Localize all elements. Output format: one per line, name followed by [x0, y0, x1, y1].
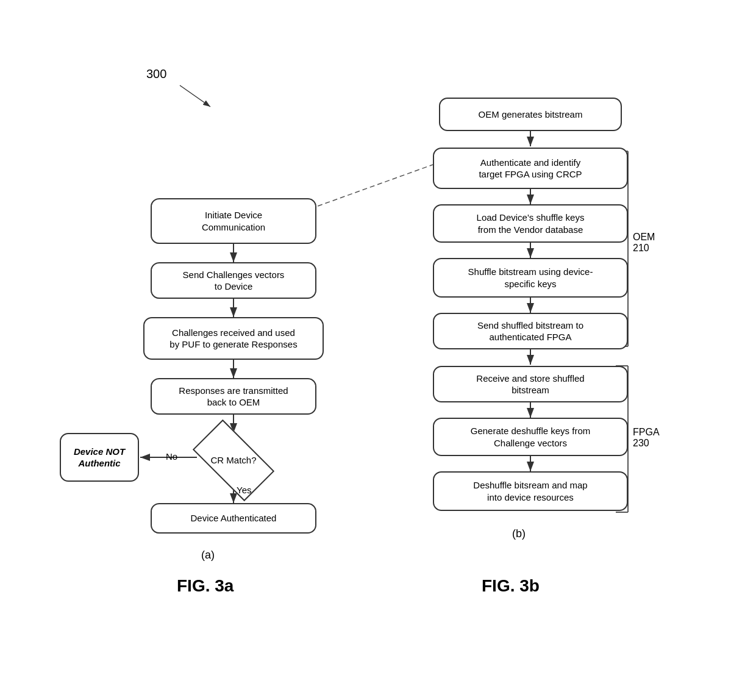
flowbox-responses: Responses are transmittedback to OEM: [151, 378, 316, 415]
flowbox-oem-bitstream: OEM generates bitstream: [439, 98, 622, 131]
arrows-svg: [0, 0, 756, 700]
no-label: No: [166, 451, 177, 462]
diamond-cr-match: CR Match?: [197, 433, 270, 488]
fig-3b-label: FIG. 3b: [482, 576, 540, 596]
fpga-label: FPGA230: [633, 427, 660, 449]
fig-3a-label: FIG. 3a: [177, 576, 234, 596]
flowbox-initiate: Initiate DeviceCommunication: [151, 198, 316, 244]
flowbox-send-shuffled: Send shuffled bitstream toauthenticated …: [433, 313, 628, 349]
flowbox-authenticate: Authenticate and identifytarget FPGA usi…: [433, 148, 628, 189]
flowbox-authenticated: Device Authenticated: [151, 503, 316, 534]
flowbox-challenges-received: Challenges received and usedby PUF to ge…: [143, 317, 324, 360]
sub-label-b: (b): [512, 527, 526, 540]
flowbox-send-challenges: Send Challenges vectorsto Device: [151, 262, 316, 299]
diagram-container: 300 Initiate DeviceCommunication Send Ch…: [0, 0, 756, 700]
flowbox-receive-store: Receive and store shuffledbitstream: [433, 366, 628, 402]
flowbox-not-authentic: Device NOTAuthentic: [60, 433, 139, 482]
ref-300: 300: [146, 67, 166, 81]
flowbox-deshuffle-map: Deshuffle bitsream and mapinto device re…: [433, 471, 628, 511]
sub-label-a: (a): [201, 549, 215, 562]
yes-label: Yes: [237, 485, 251, 495]
svg-line-22: [180, 85, 210, 107]
oem-label: OEM210: [633, 232, 655, 254]
flowbox-shuffle-bitstream: Shuffle bitstream using device-specific …: [433, 258, 628, 298]
flowbox-deshuffle-keys: Generate deshuffle keys fromChallenge ve…: [433, 418, 628, 456]
flowbox-load-shuffle-keys: Load Device's shuffle keysfrom the Vendo…: [433, 204, 628, 243]
